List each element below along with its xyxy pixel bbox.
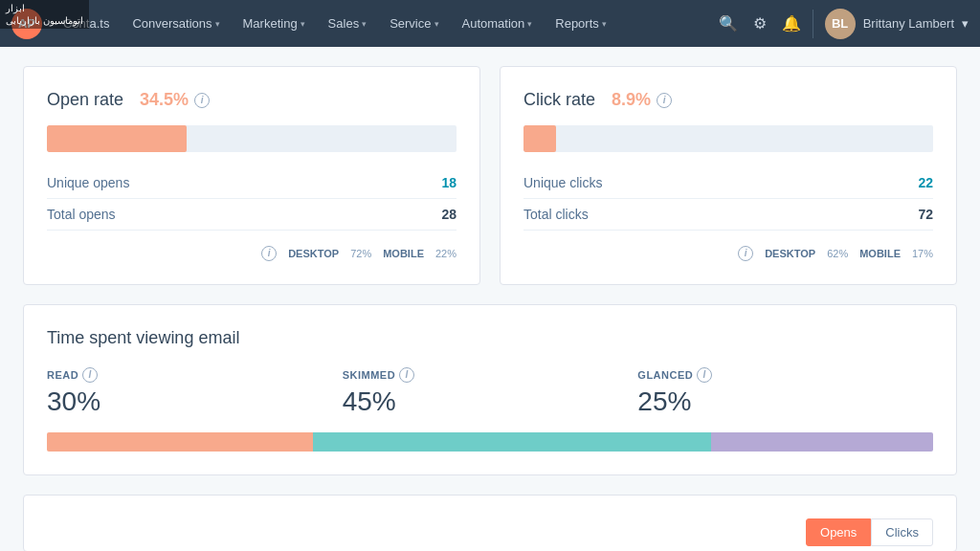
read-label: READ i — [47, 367, 343, 383]
open-rate-bar-container — [47, 125, 457, 152]
read-metric: READ i 30% — [47, 367, 343, 417]
glanced-info-icon[interactable]: i — [697, 367, 712, 383]
open-rate-footer: i DESKTOP 72% MOBILE 22% — [47, 246, 457, 261]
open-rate-title: Open rate 34.5% i — [47, 90, 457, 110]
open-rate-card: Open rate 34.5% i Unique opens 18 Total … — [23, 66, 480, 285]
total-opens-row: Total opens 28 — [47, 199, 457, 231]
open-rate-value: 34.5% — [140, 90, 189, 110]
footer-info-icon[interactable]: i — [261, 246, 277, 261]
nav-user[interactable]: BL Brittany Lambert ▾ — [825, 9, 969, 39]
glanced-label: GLANCED i — [637, 367, 933, 383]
click-rate-bar-container — [523, 125, 933, 152]
time-spent-card: Time spent viewing email READ i 30% SKIM… — [23, 304, 957, 475]
total-clicks-row: Total clicks 72 — [523, 199, 933, 231]
search-button[interactable]: 🔍 — [719, 14, 738, 33]
click-rate-footer: i DESKTOP 62% MOBILE 17% — [523, 246, 933, 261]
bottom-card-header: Opens Clicks — [47, 518, 933, 546]
nav-item-reports[interactable]: Reports ▾ — [546, 11, 616, 36]
footer-info-icon-2[interactable]: i — [738, 246, 753, 261]
open-rate-info-icon[interactable]: i — [194, 93, 210, 108]
chevron-down-icon: ▾ — [362, 19, 367, 29]
nav-item-conversations[interactable]: Conversations ▾ — [122, 11, 229, 36]
nav-icons: 🔍 ⚙ 🔔 — [719, 14, 801, 33]
unique-opens-row: Unique opens 18 — [47, 167, 457, 199]
chevron-down-icon: ▾ — [434, 19, 439, 29]
click-rate-title: Click rate 8.9% i — [523, 90, 933, 110]
bar-glanced-segment — [711, 432, 933, 452]
glanced-metric: GLANCED i 25% — [637, 367, 933, 417]
skimmed-value: 45% — [343, 386, 638, 417]
time-metrics-row: READ i 30% SKIMMED i 45% GLANCED i 25% — [47, 367, 933, 417]
clicks-tab-button[interactable]: Clicks — [871, 518, 933, 546]
settings-button[interactable]: ⚙ — [753, 14, 767, 33]
chevron-down-icon: ▾ — [215, 19, 220, 29]
main-content: Open rate 34.5% i Unique opens 18 Total … — [0, 47, 980, 551]
nav-item-sales[interactable]: Sales ▾ — [319, 11, 377, 36]
chevron-down-icon: ▾ — [301, 19, 305, 29]
notifications-button[interactable]: 🔔 — [782, 14, 801, 33]
unique-clicks-row: Unique clicks 22 — [523, 167, 933, 199]
time-segmented-bar — [47, 432, 933, 452]
chevron-down-icon: ▾ — [962, 16, 969, 31]
skimmed-label: SKIMMED i — [343, 367, 638, 383]
nav-item-service[interactable]: Service ▾ — [380, 11, 448, 36]
click-rate-value: 8.9% — [612, 90, 651, 110]
chevron-down-icon: ▾ — [602, 19, 607, 29]
click-rate-info-icon[interactable]: i — [657, 93, 672, 108]
chevron-down-icon: ▾ — [527, 19, 532, 29]
nav-item-automation[interactable]: Automation ▾ — [453, 11, 543, 36]
opens-tab-button[interactable]: Opens — [806, 518, 871, 546]
click-rate-bar-fill — [523, 125, 556, 152]
read-value: 30% — [47, 386, 343, 417]
time-spent-title: Time spent viewing email — [47, 328, 933, 348]
skimmed-metric: SKIMMED i 45% — [343, 367, 638, 417]
nav-item-marketing[interactable]: Marketing ▾ — [234, 11, 315, 36]
read-info-icon[interactable]: i — [82, 367, 98, 383]
bar-skimmed-segment — [313, 432, 712, 452]
click-rate-card: Click rate 8.9% i Unique clicks 22 Total… — [500, 66, 957, 285]
nav-divider — [813, 10, 813, 38]
bottom-card: Opens Clicks — [23, 495, 957, 551]
navbar: ابزاراتوماسیون بازاریابی AP Conta.ts Con… — [0, 0, 980, 47]
skimmed-info-icon[interactable]: i — [399, 367, 414, 383]
open-rate-bar-fill — [47, 125, 187, 152]
avatar: BL — [825, 9, 856, 39]
watermark: ابزاراتوماسیون بازاریابی — [0, 0, 89, 29]
glanced-value: 25% — [637, 386, 933, 417]
metrics-cards-row: Open rate 34.5% i Unique opens 18 Total … — [23, 66, 957, 285]
bar-read-segment — [47, 432, 313, 452]
